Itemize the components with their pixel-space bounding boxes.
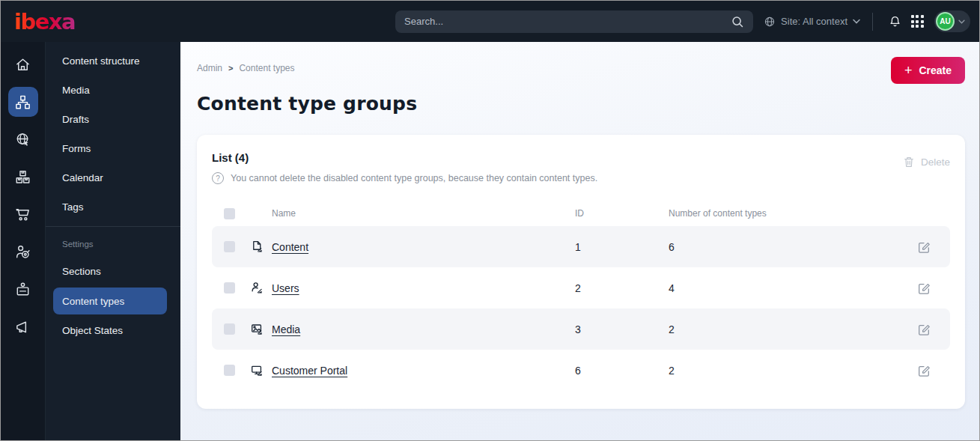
content-file-icon	[251, 240, 272, 253]
customer-portal-monitor-icon	[251, 364, 272, 377]
site-context-selector[interactable]: Site: All context	[764, 16, 860, 28]
group-link[interactable]: Media	[272, 323, 300, 335]
column-header-count: Number of content types	[669, 208, 917, 219]
logo-area: ibexa	[1, 9, 180, 34]
sidebar-item-media[interactable]: Media	[46, 76, 180, 105]
globe-icon	[764, 16, 776, 28]
sidebar-item-content-types[interactable]: Content types	[53, 288, 167, 314]
user-menu[interactable]: AU	[934, 10, 970, 32]
commerce-cart-icon[interactable]	[8, 199, 38, 229]
sidebar-item-drafts[interactable]: Drafts	[46, 105, 180, 134]
column-header-id: ID	[575, 208, 669, 219]
table-row: Users 2 4	[212, 267, 950, 308]
avatar[interactable]: AU	[936, 12, 955, 31]
group-link[interactable]: Customer Portal	[272, 365, 347, 377]
content-type-groups-table: Name ID Number of content types Content …	[212, 201, 950, 391]
media-image-icon	[251, 323, 272, 335]
group-count: 6	[669, 241, 917, 253]
campaign-icon[interactable]	[8, 311, 38, 341]
select-all-checkbox[interactable]	[224, 208, 235, 219]
topbar-divider	[872, 13, 873, 31]
sidebar-settings-label: Settings	[46, 231, 180, 257]
breadcrumb-content-types: Content types	[239, 63, 294, 73]
column-header-name: Name	[272, 208, 575, 219]
table-header-row: Name ID Number of content types	[212, 201, 950, 226]
content-type-groups-card: List (4) ? You cannot delete the disable…	[197, 135, 965, 409]
corporate-icon[interactable]	[8, 274, 38, 304]
breadcrumb-admin[interactable]: Admin	[197, 63, 222, 73]
list-heading: List (4)	[212, 151, 597, 164]
sidebar-item-sections[interactable]: Sections	[46, 257, 180, 286]
topbar-controls: Site: All context AU	[764, 10, 979, 33]
edit-icon[interactable]	[917, 323, 938, 336]
site-context-label: Site: All context	[781, 16, 847, 27]
group-id: 6	[575, 365, 669, 377]
row-checkbox[interactable]	[224, 282, 235, 294]
trash-icon	[903, 156, 915, 168]
group-count: 2	[669, 365, 917, 377]
table-row: Content 1 6	[212, 226, 950, 267]
row-checkbox[interactable]	[224, 365, 235, 376]
group-link[interactable]: Users	[272, 282, 299, 294]
site-icon[interactable]	[8, 124, 38, 154]
row-checkbox[interactable]	[224, 241, 235, 252]
personalization-icon[interactable]	[8, 237, 38, 267]
products-icon[interactable]	[8, 162, 38, 192]
content-structure-icon[interactable]	[8, 87, 38, 117]
group-id: 2	[575, 282, 669, 294]
chevron-down-icon	[853, 19, 860, 24]
sidebar-item-calendar[interactable]: Calendar	[46, 163, 180, 192]
breadcrumb-separator: >	[228, 64, 233, 73]
icon-rail	[1, 42, 46, 440]
search-icon[interactable]	[731, 15, 744, 28]
global-search[interactable]	[395, 10, 753, 33]
plus-icon: +	[904, 64, 913, 77]
group-count: 2	[669, 323, 917, 335]
page-title: Content type groups	[197, 93, 965, 115]
search-input[interactable]	[404, 16, 731, 27]
ibexa-admin-window: ibexa Site: All context	[0, 0, 980, 441]
group-count: 4	[669, 282, 917, 294]
sidebar-menu: Content structure Media Drafts Forms Cal…	[46, 42, 180, 440]
sidebar-item-content-structure[interactable]: Content structure	[46, 46, 180, 76]
app-switcher-grid-icon[interactable]	[906, 10, 928, 33]
sidebar-item-object-states[interactable]: Object States	[46, 316, 180, 345]
create-button[interactable]: + Create	[891, 57, 965, 84]
row-checkbox[interactable]	[224, 323, 235, 335]
table-row: Customer Portal 6 2	[212, 350, 950, 391]
edit-icon[interactable]	[917, 240, 938, 254]
edit-icon[interactable]	[917, 282, 938, 295]
users-icon	[251, 282, 272, 294]
group-link[interactable]: Content	[272, 241, 308, 253]
group-id: 3	[575, 323, 669, 335]
ibexa-logo[interactable]: ibexa	[14, 9, 75, 34]
sidebar-item-forms[interactable]: Forms	[46, 134, 180, 163]
table-row: Media 3 2	[212, 308, 950, 350]
main-content: Admin > Content types + Create Content t…	[180, 42, 979, 440]
topbar: ibexa Site: All context	[1, 1, 979, 42]
group-id: 1	[575, 241, 669, 253]
list-note: ? You cannot delete the disabled content…	[212, 172, 597, 184]
help-icon: ?	[212, 172, 224, 184]
chevron-down-icon	[958, 19, 965, 24]
sidebar-item-tags[interactable]: Tags	[46, 192, 180, 222]
notifications-bell-icon[interactable]	[883, 10, 906, 33]
delete-button[interactable]: Delete	[903, 156, 950, 168]
sidebar-divider	[46, 226, 180, 227]
home-icon[interactable]	[8, 49, 38, 79]
edit-icon[interactable]	[917, 364, 938, 377]
breadcrumb: Admin > Content types	[197, 63, 295, 73]
